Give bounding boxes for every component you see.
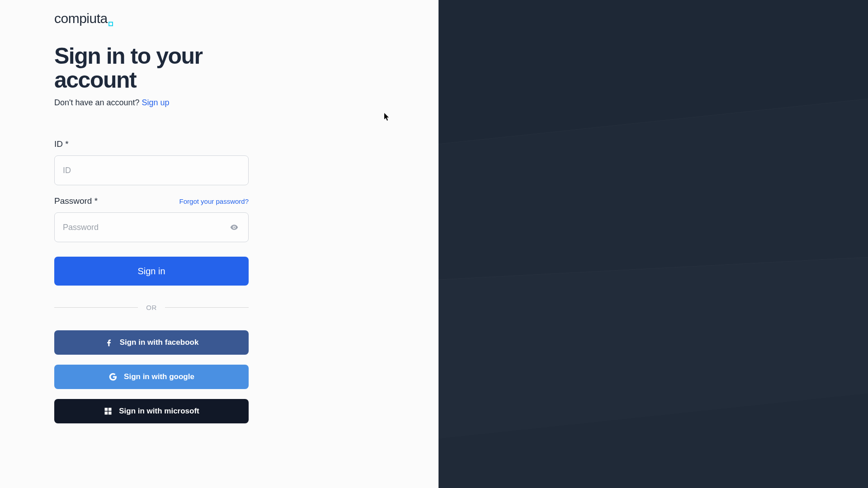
- divider-text: OR: [146, 304, 157, 311]
- facebook-icon: [104, 338, 113, 347]
- id-input-wrap: [54, 155, 249, 185]
- logo-text: compiuta: [54, 11, 108, 26]
- google-icon: [108, 372, 118, 381]
- signup-prompt-text: Don't have an account?: [54, 98, 142, 107]
- signin-button[interactable]: Sign in: [54, 257, 249, 286]
- signin-microsoft-button[interactable]: Sign in with microsoft: [54, 399, 249, 423]
- hero-backdrop: [439, 0, 868, 488]
- forgot-password-link[interactable]: Forgot your password?: [179, 197, 249, 205]
- signup-prompt: Don't have an account? Sign up: [54, 98, 249, 108]
- id-label: ID *: [54, 139, 249, 149]
- signin-facebook-button[interactable]: Sign in with facebook: [54, 330, 249, 355]
- divider-line-right: [165, 307, 249, 308]
- id-input[interactable]: [54, 155, 249, 185]
- facebook-button-label: Sign in with facebook: [120, 338, 199, 347]
- password-input[interactable]: [54, 212, 249, 242]
- google-button-label: Sign in with google: [124, 372, 194, 381]
- password-input-wrap: [54, 212, 249, 242]
- divider: OR: [54, 304, 249, 311]
- page-title: Sign in to your account: [54, 44, 249, 92]
- brand-logo: compiuta: [54, 11, 249, 26]
- signup-link[interactable]: Sign up: [142, 98, 170, 107]
- svg-rect-3: [108, 412, 112, 415]
- form-container: compiuta Sign in to your account Don't h…: [54, 9, 249, 488]
- password-label-row: Password * Forgot your password?: [54, 196, 249, 206]
- divider-line-left: [54, 307, 138, 308]
- password-label: Password *: [54, 196, 98, 206]
- toggle-password-visibility-button[interactable]: [227, 220, 241, 235]
- eye-icon: [230, 223, 239, 232]
- svg-rect-1: [108, 408, 112, 411]
- signin-google-button[interactable]: Sign in with google: [54, 365, 249, 389]
- microsoft-button-label: Sign in with microsoft: [119, 407, 199, 416]
- svg-rect-0: [105, 408, 108, 411]
- login-panel: compiuta Sign in to your account Don't h…: [0, 0, 439, 488]
- microsoft-icon: [104, 407, 113, 416]
- logo-accent-icon: [108, 22, 113, 26]
- svg-rect-2: [105, 412, 108, 415]
